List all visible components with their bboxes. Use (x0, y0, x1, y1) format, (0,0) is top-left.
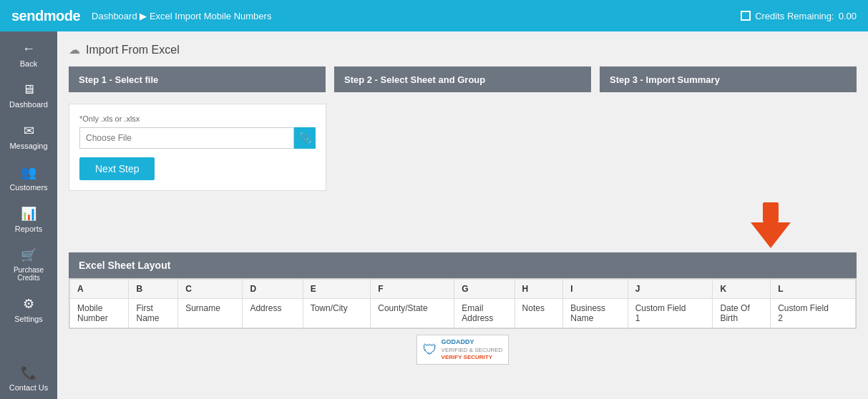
file-attach-button[interactable]: 📎 (294, 127, 316, 149)
upload-cloud-icon: ☁ (69, 43, 80, 56)
page-title: ☁ Import From Excel (69, 43, 857, 56)
purchase-credits-icon: 🛒 (21, 247, 36, 263)
table-row: MobileNumber FirstName Surname Address T… (70, 299, 856, 328)
col-header-E: E (303, 280, 371, 299)
cell-B: FirstName (129, 299, 178, 328)
step3-card: Step 3 - Import Summary (600, 66, 857, 92)
step2-label: Step 2 - Select Sheet and Group (344, 74, 485, 85)
col-header-A: A (70, 280, 129, 299)
step1-card: Step 1 - Select file (69, 66, 326, 92)
credits-remaining: Credits Remaining: 0.00 (741, 11, 857, 21)
back-icon: ← (22, 41, 35, 56)
col-header-L: L (771, 280, 856, 299)
cell-D: Address (243, 299, 303, 328)
excel-section-title: Excel Sheet Layout (79, 260, 170, 271)
settings-icon: ⚙ (23, 296, 34, 312)
cell-L: Custom Field2 (771, 299, 856, 328)
badge-line3: VERIFY SECURITY (442, 354, 503, 361)
steps-row: Step 1 - Select file Step 2 - Select She… (69, 66, 857, 92)
cell-H: Notes (515, 299, 563, 328)
sidebar: ← Back 🖥 Dashboard ✉ Messaging 👥 Custome… (0, 31, 57, 399)
sidebar-label-back: Back (20, 59, 37, 68)
credits-label: Credits Remaining: (755, 11, 834, 21)
excel-table: A B C D E F G H I J K L (69, 279, 856, 328)
step3-label: Step 3 - Import Summary (610, 74, 720, 85)
col-header-B: B (129, 280, 178, 299)
cell-C: Surname (178, 299, 243, 328)
dashboard-icon: 🖥 (22, 82, 35, 97)
cell-G: EmailAddress (454, 299, 515, 328)
table-header-row: A B C D E F G H I J K L (70, 280, 856, 299)
sidebar-label-contact-us: Contact Us (9, 383, 48, 392)
col-header-C: C (178, 280, 243, 299)
col-header-H: H (515, 280, 563, 299)
breadcrumb-arrow: ▶ (140, 11, 147, 21)
customers-icon: 👥 (21, 164, 36, 180)
messaging-icon: ✉ (24, 123, 34, 139)
reports-icon: 📊 (21, 206, 36, 222)
sidebar-label-settings: Settings (14, 315, 43, 323)
sidebar-item-messaging[interactable]: ✉ Messaging (0, 116, 57, 157)
badge-text: GODADDY VERIFIED & SECURED VERIFY SECURI… (442, 338, 503, 361)
cell-F: County/State (371, 299, 454, 328)
step2-card: Step 2 - Select Sheet and Group (334, 66, 591, 92)
cell-I: BusinessName (563, 299, 628, 328)
cell-J: Custom Field1 (628, 299, 713, 328)
sidebar-label-messaging: Messaging (9, 142, 47, 150)
topbar: sendmode Dashboard ▶ Excel Import Mobile… (0, 0, 868, 31)
page-title-text: Import From Excel (86, 44, 180, 56)
cell-A: MobileNumber (70, 299, 129, 328)
file-input-row: 📎 (79, 127, 316, 149)
badge-line1: GODADDY (442, 338, 503, 347)
paperclip-icon: 📎 (299, 132, 311, 144)
col-header-I: I (563, 280, 628, 299)
arrow-indicator (376, 202, 868, 248)
file-hint: *Only .xls or .xlsx (79, 114, 316, 123)
sidebar-item-back[interactable]: ← Back (0, 34, 57, 75)
breadcrumb-current: Excel Import Mobile Numbers (150, 11, 272, 21)
step1-panel: *Only .xls or .xlsx 📎 Next Step (69, 104, 326, 191)
next-step-button[interactable]: Next Step (79, 157, 155, 180)
logo: sendmode (11, 8, 80, 24)
col-header-F: F (371, 280, 454, 299)
col-header-K: K (713, 280, 771, 299)
shield-icon: 🛡 (423, 342, 437, 358)
security-badge-area: 🛡 GODADDY VERIFIED & SECURED VERIFY SECU… (69, 329, 857, 370)
badge-line2: VERIFIED & SECURED (442, 347, 503, 354)
breadcrumb: Dashboard ▶ Excel Import Mobile Numbers (92, 11, 271, 21)
credits-value: 0.00 (839, 11, 857, 21)
content-area: ☁ Import From Excel Step 1 - Select file… (57, 31, 868, 399)
sidebar-label-purchase-credits: Purchase Credits (3, 266, 54, 282)
cell-E: Town/City (303, 299, 371, 328)
contact-us-icon: 📞 (21, 365, 36, 380)
file-input[interactable] (79, 127, 294, 149)
security-badge: 🛡 GODADDY VERIFIED & SECURED VERIFY SECU… (416, 335, 509, 365)
sidebar-item-dashboard[interactable]: 🖥 Dashboard (0, 75, 57, 116)
cell-K: Date OfBirth (713, 299, 771, 328)
excel-section-header: Excel Sheet Layout (69, 252, 857, 278)
col-header-J: J (628, 280, 713, 299)
excel-layout-section: Excel Sheet Layout A B C D E F G H (69, 252, 857, 329)
step1-label: Step 1 - Select file (79, 74, 158, 85)
excel-table-wrapper: A B C D E F G H I J K L (69, 278, 857, 329)
credits-checkbox (741, 11, 751, 21)
sidebar-item-contact-us[interactable]: 📞 Contact Us (0, 358, 57, 399)
col-header-G: G (454, 280, 515, 299)
sidebar-label-dashboard: Dashboard (9, 100, 48, 109)
sidebar-label-customers: Customers (9, 183, 47, 192)
sidebar-item-reports[interactable]: 📊 Reports (0, 199, 57, 240)
breadcrumb-home[interactable]: Dashboard (92, 11, 137, 21)
sidebar-item-purchase-credits[interactable]: 🛒 Purchase Credits (0, 240, 57, 289)
col-header-D: D (243, 280, 303, 299)
sidebar-label-reports: Reports (15, 225, 43, 233)
sidebar-item-settings[interactable]: ⚙ Settings (0, 289, 57, 330)
sidebar-item-customers[interactable]: 👥 Customers (0, 157, 57, 199)
